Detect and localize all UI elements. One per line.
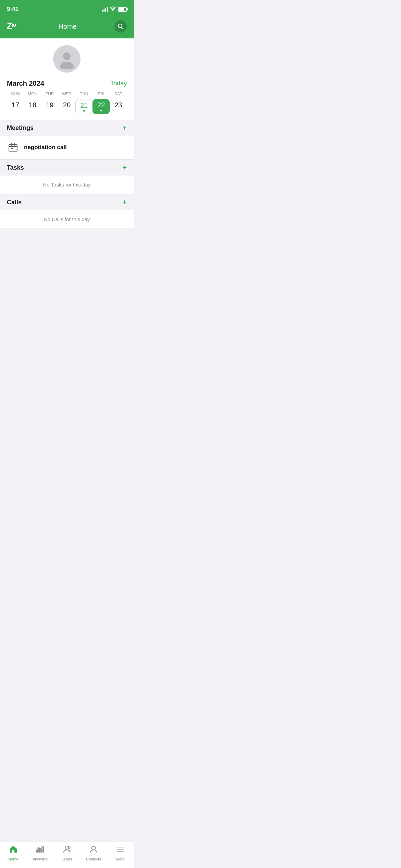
- weekday-fri: FRI: [93, 92, 110, 96]
- today-button[interactable]: Today: [110, 80, 127, 87]
- weekday-wed: WED: [58, 92, 75, 96]
- calls-section-header: Calls +: [0, 194, 134, 210]
- main-content: March 2024 Today SUN MON TUE WED THU FRI…: [0, 38, 134, 331]
- svg-text:io: io: [12, 22, 16, 28]
- cal-date-18[interactable]: 18: [24, 99, 41, 114]
- cal-date-19[interactable]: 19: [41, 99, 58, 114]
- cal-date-23[interactable]: 23: [110, 99, 127, 114]
- meetings-title: Meetings: [7, 124, 34, 132]
- cal-date-22[interactable]: 22: [93, 99, 110, 114]
- status-time: 9:41: [7, 6, 19, 13]
- zia-logo: Z io: [7, 20, 21, 33]
- tasks-empty: No Tasks for this day: [0, 176, 134, 194]
- svg-point-4: [63, 52, 71, 60]
- gray-fill-area: [0, 229, 134, 297]
- meeting-name: negotiation call: [24, 144, 67, 151]
- svg-rect-10: [11, 148, 13, 149]
- meeting-item[interactable]: negotiation call: [0, 136, 134, 159]
- cal-date-17[interactable]: 17: [7, 99, 24, 114]
- weekday-thu: THU: [75, 92, 93, 96]
- svg-line-3: [121, 27, 123, 29]
- search-button[interactable]: [114, 20, 127, 33]
- page-title: Home: [58, 23, 76, 31]
- calls-empty: No Calls for this day: [0, 210, 134, 229]
- status-icons: [102, 7, 127, 12]
- meeting-icon: [7, 141, 19, 154]
- wifi-icon: [110, 7, 116, 12]
- calendar-weekdays: SUN MON TUE WED THU FRI SAT: [7, 92, 127, 96]
- add-task-button[interactable]: +: [122, 164, 127, 171]
- tasks-section-header: Tasks +: [0, 159, 134, 176]
- avatar: [53, 45, 81, 73]
- calendar-month: March 2024: [7, 80, 44, 87]
- svg-point-5: [60, 62, 74, 69]
- cal-date-21[interactable]: 21: [75, 99, 93, 114]
- signal-icon: [102, 7, 108, 12]
- meetings-section-header: Meetings +: [0, 120, 134, 136]
- weekday-mon: MON: [24, 92, 41, 96]
- avatar-silhouette: [53, 45, 81, 73]
- calendar-dates: 17 18 19 20 21 22: [7, 99, 127, 114]
- add-call-button[interactable]: +: [122, 198, 127, 206]
- status-bar: 9:41: [0, 0, 134, 16]
- cal-dot-21: [83, 110, 85, 112]
- calendar-section: March 2024 Today SUN MON TUE WED THU FRI…: [0, 77, 134, 120]
- tasks-title: Tasks: [7, 164, 24, 171]
- weekday-tue: TUE: [41, 92, 58, 96]
- add-meeting-button[interactable]: +: [122, 124, 127, 132]
- header: Z io Home: [0, 16, 134, 38]
- cal-date-20[interactable]: 20: [58, 99, 75, 114]
- weekday-sun: SUN: [7, 92, 24, 96]
- calls-title: Calls: [7, 199, 22, 206]
- weekday-sat: SAT: [110, 92, 127, 96]
- avatar-section: [0, 38, 134, 77]
- cal-dot-22: [100, 110, 102, 111]
- svg-rect-6: [9, 144, 17, 151]
- calendar-header: March 2024 Today: [7, 77, 127, 92]
- battery-icon: [118, 7, 127, 12]
